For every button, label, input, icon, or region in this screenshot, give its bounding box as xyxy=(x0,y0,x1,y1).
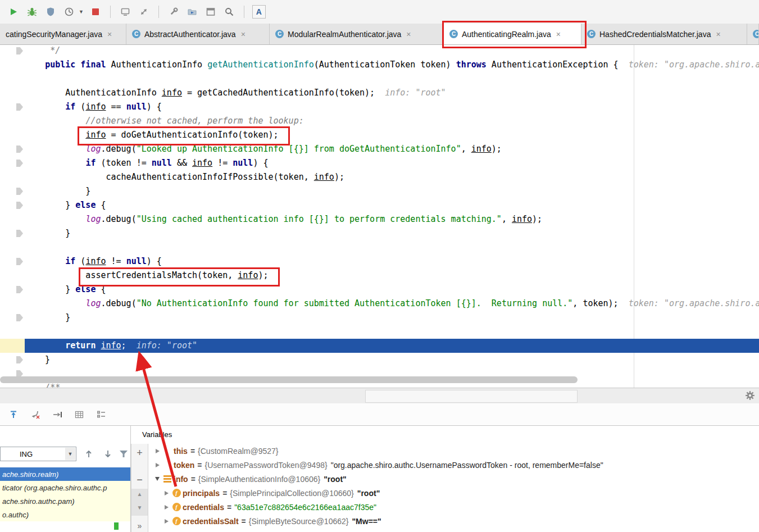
tab-catingsecuritymanager-java[interactable]: catingSecurityManager.java× xyxy=(0,24,126,44)
variable-row-principals[interactable]: fprincipals={SimplePrincipalCollection@1… xyxy=(149,486,759,500)
frame-row[interactable]: ticator (org.apache.shiro.authc.p xyxy=(0,481,130,494)
tab-partial[interactable]: C xyxy=(747,24,759,44)
gear-icon[interactable] xyxy=(745,390,755,401)
fold-marker-icon[interactable] xyxy=(16,202,23,209)
show-execution-point-button[interactable] xyxy=(7,408,20,421)
variable-name: principals xyxy=(183,489,220,498)
variable-value: "org.apache.shiro.authc.UsernamePassword… xyxy=(331,461,603,470)
code-line[interactable]: if (info != null) { xyxy=(25,254,759,269)
close-icon[interactable]: × xyxy=(716,30,720,39)
code-editor[interactable]: */ public final AuthenticationInfo getAu… xyxy=(0,45,759,388)
fold-marker-icon[interactable] xyxy=(16,258,23,265)
frame-row[interactable]: ache.shiro.authc.pam) xyxy=(0,494,130,508)
scroll-up-icon[interactable]: ▲ xyxy=(131,491,148,497)
chevron-down-icon[interactable]: ▼ xyxy=(65,448,75,460)
splitter-handle[interactable] xyxy=(365,390,578,403)
window-preview-button[interactable] xyxy=(204,5,217,19)
fold-marker-icon[interactable] xyxy=(16,188,23,195)
code-line[interactable]: AuthenticationInfo info = getCachedAuthe… xyxy=(25,86,759,100)
fold-marker-icon[interactable] xyxy=(16,286,23,293)
variable-row-credentials[interactable]: fcredentials="63a51e7c882654e6c2166ea1aa… xyxy=(149,500,759,514)
close-icon[interactable]: × xyxy=(107,30,112,39)
equals-sign: = xyxy=(242,517,246,526)
code-line[interactable] xyxy=(25,240,759,254)
chevron-down-icon[interactable]: ▼ xyxy=(79,9,84,15)
code-line[interactable] xyxy=(25,72,759,86)
variable-row-token[interactable]: token={UsernamePasswordToken@9498}"org.a… xyxy=(149,458,759,472)
code-line[interactable]: if (info == null) { xyxy=(25,100,759,114)
code-line[interactable]: cacheAuthenticationInfoIfPossible(token,… xyxy=(25,170,759,184)
fold-marker-icon[interactable] xyxy=(16,160,23,167)
fold-marker-icon[interactable] xyxy=(16,230,23,237)
screenshot-button[interactable] xyxy=(119,5,132,19)
debug-bug-button[interactable] xyxy=(25,5,39,19)
expand-triangle-icon[interactable] xyxy=(162,505,170,510)
code-area[interactable]: */ public final AuthenticationInfo getAu… xyxy=(25,45,759,388)
code-line[interactable]: } xyxy=(25,226,759,240)
close-icon[interactable]: × xyxy=(406,30,411,39)
tab-modularrealmauthenticator-java[interactable]: CModularRealmAuthenticator.java× xyxy=(270,24,444,44)
code-line[interactable]: } xyxy=(25,311,759,325)
fold-marker-icon[interactable] xyxy=(16,47,23,54)
fold-marker-icon[interactable] xyxy=(16,356,23,363)
toolbar-separator xyxy=(244,6,244,18)
frame-label: ache.shiro.authc.pam) xyxy=(2,497,75,506)
code-line[interactable]: log.debug("No AuthenticationInfo found f… xyxy=(25,297,759,311)
execution-line[interactable]: return info; info: "root" xyxy=(25,339,759,353)
code-line[interactable]: } else { xyxy=(25,198,759,212)
filter-funnel-icon[interactable] xyxy=(117,448,130,460)
frame-up-button[interactable] xyxy=(82,448,96,460)
scroll-down-icon[interactable]: ▼ xyxy=(131,504,148,511)
tab-abstractauthenticator-java[interactable]: CAbstractAuthenticator.java× xyxy=(126,24,270,44)
expand-triangle-icon[interactable] xyxy=(153,463,161,467)
code-line[interactable]: public final AuthenticationInfo getAuthe… xyxy=(25,58,759,72)
variable-value: "63a51e7c882654e6c2166ea1aac7f35e" xyxy=(234,503,376,512)
editor-tabs: catingSecurityManager.java×CAbstractAuth… xyxy=(0,24,759,45)
layout-options-button[interactable] xyxy=(94,408,108,421)
frame-row[interactable]: ache.shiro.realm) xyxy=(0,467,130,481)
variable-row-info[interactable]: info={SimpleAuthenticationInfo@10606}"ro… xyxy=(149,472,759,486)
variable-value: "root" xyxy=(357,489,380,498)
thread-dropdown[interactable]: ING ▼ xyxy=(0,447,76,461)
font-settings-button[interactable]: A xyxy=(252,5,266,19)
close-icon[interactable]: × xyxy=(241,30,246,39)
fold-marker-icon[interactable] xyxy=(16,145,23,153)
code-line[interactable]: log.debug("Using cached authentication i… xyxy=(25,212,759,226)
variable-row-credentialssalt[interactable]: fcredentialsSalt={SimpleByteSource@10662… xyxy=(149,514,759,528)
tab-label: ModularRealmAuthenticator.java xyxy=(288,30,401,39)
build-wrench-button[interactable] xyxy=(167,5,180,19)
drop-frame-button[interactable] xyxy=(29,408,42,421)
variable-row-this[interactable]: this={CustomRealm@9527} xyxy=(149,444,759,458)
editor-gutter xyxy=(0,45,25,388)
search-button[interactable] xyxy=(222,5,236,19)
run-to-cursor-button[interactable] xyxy=(51,408,64,421)
stop-button[interactable] xyxy=(89,5,102,19)
profiler-button[interactable] xyxy=(62,5,76,19)
add-watch-button[interactable]: + xyxy=(131,447,148,459)
run-button[interactable] xyxy=(7,5,20,19)
frame-down-button[interactable] xyxy=(101,448,115,460)
code-line[interactable]: if (token != null && info != null) { xyxy=(25,156,759,170)
more-chevron-button[interactable]: » xyxy=(131,521,148,530)
fold-marker-icon[interactable] xyxy=(16,314,23,321)
tab-hashedcredentialsmatcher-java[interactable]: CHashedCredentialsMatcher.java× xyxy=(581,24,747,44)
toolbar-separator xyxy=(110,6,111,18)
expand-triangle-icon[interactable] xyxy=(153,449,161,453)
sync-folder-button[interactable] xyxy=(185,5,199,19)
code-line[interactable]: */ xyxy=(25,45,759,58)
collapse-triangle-icon[interactable] xyxy=(153,477,161,481)
view-as-grid-button[interactable] xyxy=(72,408,86,421)
expand-triangle-icon[interactable] xyxy=(162,519,170,524)
code-line[interactable]: } xyxy=(25,353,759,367)
coverage-button[interactable] xyxy=(44,5,57,19)
horizontal-scrollbar[interactable] xyxy=(0,376,578,383)
expand-triangle-icon[interactable] xyxy=(162,491,170,495)
code-line[interactable] xyxy=(25,325,759,339)
code-line[interactable]: } xyxy=(25,184,759,198)
remove-watch-button[interactable]: − xyxy=(131,474,148,486)
frame-row[interactable]: o.authc) xyxy=(0,508,130,521)
scale-button[interactable] xyxy=(137,5,151,19)
variables-scrollbar[interactable]: ▲ ▼ xyxy=(131,489,148,516)
field-icon: f xyxy=(170,503,183,511)
fold-marker-icon[interactable] xyxy=(16,103,23,111)
